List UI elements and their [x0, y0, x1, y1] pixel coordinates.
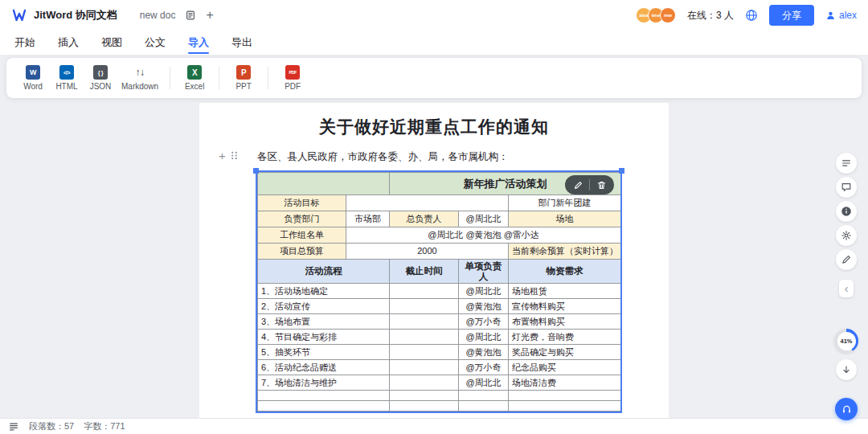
collapse-sidebar-button[interactable]: ‹ [839, 280, 854, 297]
document-title[interactable]: 关于做好近期重点工作的通知 [199, 103, 669, 138]
table-cell[interactable]: @万小奇 [459, 360, 509, 375]
table-cell[interactable] [390, 299, 459, 314]
word-count-icon [8, 421, 19, 432]
drag-handle-icon[interactable] [230, 150, 239, 161]
table-cell[interactable]: 当前剩余预算（实时计算） [509, 244, 621, 260]
table-cell[interactable]: 场地 [509, 211, 621, 227]
table-cell[interactable] [258, 173, 390, 195]
table-cell[interactable] [390, 345, 459, 360]
table-cell[interactable]: 纪念品购买 [509, 360, 621, 375]
doc-tab-name[interactable]: new doc [140, 10, 176, 21]
table-cell[interactable]: 1、活动场地确定 [258, 284, 390, 299]
table-cell[interactable]: 5、抽奖环节 [258, 345, 390, 360]
table-cell[interactable]: @周北北 [459, 330, 509, 345]
import-word-button[interactable]: WWord [16, 65, 50, 91]
import-json-button[interactable]: { }JSON [84, 65, 117, 91]
outline-icon[interactable] [836, 153, 857, 174]
menu-tab-6[interactable]: 导出 [230, 31, 254, 54]
table-cell[interactable]: 截止时间 [390, 260, 459, 284]
table-selection-handle-left[interactable] [253, 168, 259, 174]
table-cell[interactable]: 负责部门 [258, 211, 346, 227]
import-html-button[interactable]: </>HTML [50, 65, 84, 91]
table-cell[interactable] [509, 391, 621, 401]
table-cell[interactable]: 场地租赁 [509, 284, 621, 299]
table-cell[interactable]: 4、节目确定与彩排 [258, 330, 390, 345]
table-cell[interactable]: 单项负责人 [459, 260, 509, 284]
current-user[interactable]: alex [825, 10, 857, 21]
table-cell[interactable]: 活动目标 [258, 195, 346, 211]
table-cell[interactable]: 3、场地布置 [258, 314, 390, 330]
import-pdf-button[interactable]: PDFPDF [276, 65, 309, 91]
table-cell[interactable]: @周北北 [459, 375, 509, 391]
scroll-down-button[interactable] [836, 359, 857, 380]
menu-tab-4[interactable]: 公文 [143, 31, 167, 54]
table-cell[interactable]: 宣传物料购买 [509, 299, 621, 314]
doc-table[interactable]: 新年推广活动策划活动目标部门新年团建负责部门市场部总负责人@周北北场地工作组名单… [257, 172, 621, 411]
table-cell[interactable] [258, 401, 390, 411]
table-cell[interactable] [390, 360, 459, 375]
comment-icon[interactable] [836, 177, 857, 198]
table-cell[interactable] [459, 401, 509, 411]
table-cell[interactable]: 市场部 [346, 211, 390, 227]
help-button[interactable] [835, 398, 858, 420]
table-cell[interactable] [390, 314, 459, 330]
table-cell[interactable]: 6、活动纪念品赠送 [258, 360, 390, 375]
table-cell[interactable] [459, 391, 509, 401]
table-delete-button[interactable] [592, 177, 610, 193]
document-area[interactable]: 关于做好近期重点工作的通知 + 各区、县人民政府，市政府各委、办、局，各市属机构… [0, 98, 868, 418]
table-cell[interactable]: 场地清洁费 [509, 375, 621, 391]
zoom-indicator[interactable]: 41% [834, 329, 858, 353]
import-excel-button[interactable]: XExcel [178, 65, 211, 91]
table-cell[interactable] [346, 195, 509, 211]
table-cell[interactable] [390, 391, 459, 401]
document-icon[interactable] [185, 10, 196, 21]
table-cell[interactable]: @黄泡泡 [459, 345, 509, 360]
table-cell[interactable]: 2000 [346, 244, 509, 260]
table-cell[interactable]: 2、活动宣传 [258, 299, 390, 314]
table-edit-button[interactable] [569, 177, 587, 193]
table-cell[interactable] [390, 401, 459, 411]
paragraph-block[interactable]: + 各区、县人民政府，市政府各委、办、局，各市属机构： [257, 149, 620, 164]
document-page[interactable]: 关于做好近期重点工作的通知 + 各区、县人民政府，市政府各委、办、局，各市属机构… [199, 103, 669, 418]
table-cell[interactable]: @黄泡泡 [459, 299, 509, 314]
workspace: WWord</>HTML{ }JSON↑↓MarkdownXExcelPPPTP… [0, 55, 868, 418]
table-cell[interactable]: 7、场地清洁与维护 [258, 375, 390, 391]
globe-icon[interactable] [745, 9, 758, 22]
add-block-button[interactable]: + [219, 149, 226, 162]
table-cell[interactable]: 奖品确定与购买 [509, 345, 621, 360]
table-cell[interactable] [390, 330, 459, 345]
table-cell[interactable]: 活动流程 [258, 260, 390, 284]
new-doc-button[interactable]: + [206, 9, 213, 22]
paragraph-text[interactable]: 各区、县人民政府，市政府各委、办、局，各市属机构： [257, 151, 509, 162]
settings-icon[interactable] [836, 225, 857, 246]
avatar[interactable]: mw [660, 7, 676, 23]
table-cell[interactable]: @周北北 [459, 284, 509, 299]
table-cell[interactable]: @周北北 @黄泡泡 @雷小达 [346, 227, 621, 244]
table-cell[interactable]: 布置物料购买 [509, 314, 621, 330]
table-cell[interactable]: 项目总预算 [258, 244, 346, 260]
table-cell[interactable]: 物资需求 [509, 260, 621, 284]
table-cell[interactable] [390, 375, 459, 391]
share-button[interactable]: 分享 [769, 5, 814, 26]
table-cell[interactable] [390, 284, 459, 299]
annotate-icon[interactable] [836, 249, 857, 270]
import-ppt-button[interactable]: PPPT [227, 65, 260, 91]
table-cell[interactable]: 部门新年团建 [509, 195, 621, 211]
menu-tab-3[interactable]: 视图 [100, 31, 124, 54]
table-cell[interactable]: @周北北 [459, 211, 509, 227]
table-selection-handle-right[interactable] [619, 168, 624, 174]
menu-tab-2[interactable]: 插入 [56, 31, 80, 54]
menu-tabs: 开始插入视图公文导入导出 [0, 31, 868, 55]
table-cell[interactable]: 灯光费，音响费 [509, 330, 621, 345]
menu-tab-1[interactable]: 开始 [13, 31, 37, 54]
menu-tab-5[interactable]: 导入 [186, 31, 211, 54]
table-row-task: 7、场地清洁与维护@周北北场地清洁费 [258, 375, 621, 391]
table-cell[interactable] [258, 391, 390, 401]
import-markdown-button[interactable]: ↑↓Markdown [117, 65, 162, 91]
table-cell[interactable]: 总负责人 [390, 211, 459, 227]
toolbar-divider [219, 67, 219, 89]
table-cell[interactable] [509, 401, 621, 411]
table-cell[interactable]: 工作组名单 [258, 227, 346, 244]
table-cell[interactable]: @万小奇 [459, 314, 509, 330]
info-icon[interactable] [836, 201, 857, 222]
